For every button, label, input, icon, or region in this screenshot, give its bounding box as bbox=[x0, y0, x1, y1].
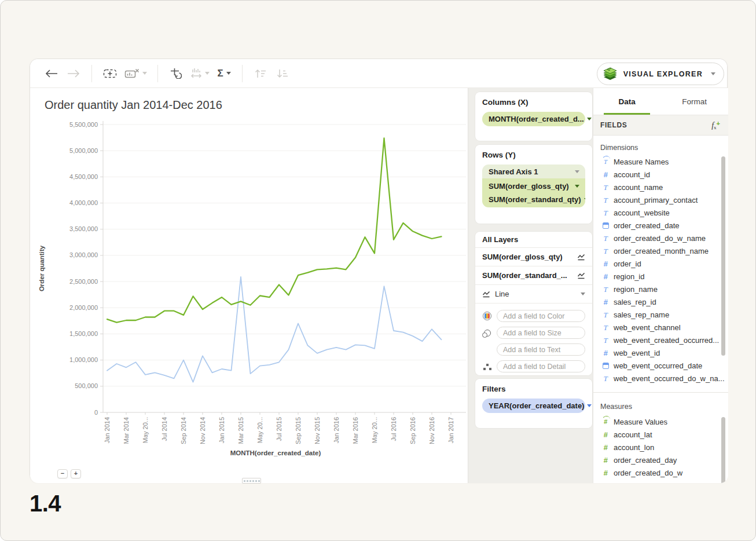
add-field-dropzone[interactable]: Add a field to Color bbox=[497, 310, 585, 322]
dimension-field-item[interactable]: region_name bbox=[593, 283, 728, 295]
mark-type-value: Line bbox=[495, 290, 509, 298]
dimension-field-item[interactable]: order_created_date bbox=[593, 219, 728, 232]
back-arrow-icon bbox=[45, 70, 58, 78]
svg-text:Sep 2014: Sep 2014 bbox=[180, 417, 187, 444]
pill-label: YEAR(order_created_date) bbox=[489, 401, 584, 410]
swap-axes-icon bbox=[170, 68, 182, 79]
dimensions-scrollbar[interactable] bbox=[721, 156, 725, 356]
filters-shelf: Filters YEAR(order_created_date) bbox=[475, 379, 592, 428]
field-type-icon bbox=[600, 207, 611, 218]
field-label: order_created_do_w bbox=[614, 469, 682, 477]
dimension-field-item[interactable]: account_id bbox=[593, 168, 728, 181]
add-field-dropzone[interactable]: Add a field to Detail bbox=[497, 360, 585, 372]
dimension-field-item[interactable]: web_event_created_occurred... bbox=[593, 334, 728, 346]
layers-shelf: All Layers SUM(order_gloss_qty) SUM(orde… bbox=[475, 232, 592, 375]
svg-text:0: 0 bbox=[94, 409, 98, 416]
panel-tab[interactable]: Format bbox=[661, 88, 729, 115]
chevron-down-icon bbox=[587, 404, 592, 407]
swap-axes-button[interactable] bbox=[168, 65, 184, 82]
aggregate-button[interactable]: Σ bbox=[216, 65, 232, 82]
toolbar-divider bbox=[157, 65, 158, 82]
add-field-dropzone[interactable]: Add a field to Size bbox=[497, 327, 585, 339]
dimension-field-item[interactable]: sales_rep_id bbox=[593, 295, 728, 308]
filter-field-pill[interactable]: YEAR(order_created_date) bbox=[482, 399, 585, 413]
dimension-field-item[interactable]: account_name bbox=[593, 181, 728, 193]
field-label: Measure Names bbox=[614, 158, 669, 166]
field-type-icon bbox=[600, 182, 611, 192]
dimension-field-item[interactable]: order_id bbox=[593, 257, 728, 270]
field-type-icon bbox=[600, 258, 611, 269]
dimension-field-item[interactable]: sales_rep_name bbox=[593, 308, 728, 321]
measure-field-item[interactable]: order_created_day bbox=[593, 454, 728, 466]
field-type-icon bbox=[600, 418, 611, 425]
field-type-icon bbox=[600, 348, 611, 358]
zoom-in-button[interactable]: + bbox=[71, 469, 81, 478]
svg-text:Jan 2014: Jan 2014 bbox=[104, 417, 111, 443]
measure-field-item[interactable]: account_lon bbox=[593, 441, 728, 454]
dimension-field-item[interactable]: region_id bbox=[593, 270, 728, 283]
field-type-icon bbox=[600, 322, 611, 332]
chevron-down-icon bbox=[142, 72, 147, 75]
dimension-field-item[interactable]: web_event_occurred_date bbox=[593, 359, 728, 372]
measure-field-item[interactable]: order_created_do_w bbox=[593, 466, 728, 479]
dimension-field-item[interactable]: web_event_channel bbox=[593, 321, 728, 334]
columns-shelf-title: Columns (X) bbox=[482, 98, 585, 107]
field-label: web_event_occurred_date bbox=[614, 361, 702, 370]
svg-text:500,000: 500,000 bbox=[75, 382, 98, 389]
sigma-icon: Σ bbox=[217, 68, 223, 79]
dimension-field-item[interactable]: account_website bbox=[593, 206, 728, 219]
measure-field-item[interactable]: order_created_month bbox=[593, 479, 728, 483]
measures-list: Measure Values account_lat account_lon o… bbox=[593, 415, 728, 483]
field-label: web_event_id bbox=[614, 349, 660, 357]
back-button[interactable] bbox=[44, 65, 59, 82]
new-visualization-button[interactable] bbox=[102, 65, 118, 82]
layer-row[interactable]: SUM(order_gloss_qty) bbox=[475, 247, 592, 266]
rows-field-pill[interactable]: SUM(order_gloss_qty) bbox=[482, 180, 585, 193]
columns-field-pill[interactable]: MONTH(order_created_d... bbox=[482, 112, 585, 126]
field-type-icon bbox=[600, 222, 611, 229]
measures-scrollbar[interactable] bbox=[721, 417, 725, 483]
sort-ascending-button[interactable] bbox=[253, 65, 268, 82]
dimension-field-item[interactable]: Measure Names bbox=[593, 155, 728, 168]
bar-width-button[interactable] bbox=[190, 65, 210, 82]
svg-text:2,000,000: 2,000,000 bbox=[69, 304, 98, 311]
field-type-icon bbox=[600, 455, 611, 465]
dimension-field-item[interactable]: order_created_month_name bbox=[593, 244, 728, 257]
svg-text:5,500,000: 5,500,000 bbox=[69, 121, 98, 128]
forward-button[interactable] bbox=[66, 65, 81, 82]
remove-visualization-button[interactable] bbox=[124, 65, 147, 82]
zoom-out-button[interactable]: − bbox=[57, 469, 68, 478]
shelves-panel: Columns (X) MONTH(order_created_d... Row… bbox=[468, 88, 593, 483]
dimension-field-item[interactable]: order_created_do_w_name bbox=[593, 232, 728, 244]
measure-field-item[interactable]: Measure Values bbox=[593, 415, 728, 428]
field-slot: Add a field to Color bbox=[482, 310, 585, 322]
order-quantity-line-chart[interactable]: 0500,0001,000,0001,500,0002,000,0002,500… bbox=[30, 88, 468, 470]
add-field-dropzone[interactable]: Add a field to Text bbox=[497, 343, 585, 356]
dimension-field-item[interactable]: web_event_id bbox=[593, 346, 728, 359]
field-type-icon bbox=[600, 442, 611, 452]
field-label: account_name bbox=[614, 183, 663, 192]
field-label: web_event_occurred_do_w_na... bbox=[614, 374, 725, 383]
svg-text:5,000,000: 5,000,000 bbox=[69, 147, 98, 154]
field-type-icon bbox=[600, 271, 611, 282]
panel-tab[interactable]: Data bbox=[593, 88, 661, 115]
field-type-icon bbox=[600, 335, 611, 345]
field-label: Measure Values bbox=[614, 418, 667, 426]
shared-axis-pill[interactable]: Shared Axis 1 bbox=[482, 165, 585, 178]
svg-text:May 20...: May 20... bbox=[142, 417, 149, 443]
layer-row[interactable]: SUM(order_standard_... bbox=[475, 266, 592, 284]
rows-field-pill[interactable]: SUM(order_standard_qty) bbox=[482, 193, 585, 206]
svg-text:May 20...: May 20... bbox=[256, 417, 263, 443]
svg-text:Jan 2017: Jan 2017 bbox=[447, 417, 454, 443]
visual-explorer-button[interactable]: VISUAL EXPLORER bbox=[597, 63, 724, 85]
sort-descending-button[interactable] bbox=[275, 65, 290, 82]
chevron-down-icon bbox=[711, 72, 715, 75]
measure-field-item[interactable]: account_lat bbox=[593, 428, 728, 441]
panel-resize-handle[interactable] bbox=[242, 478, 261, 484]
add-calculated-field-button[interactable]: fx+ bbox=[711, 120, 720, 130]
rows-field-pills: SUM(order_gloss_qty) SUM(order_standard_… bbox=[482, 178, 585, 207]
dimension-field-item[interactable]: account_primary_contact bbox=[593, 193, 728, 206]
dimension-field-item[interactable]: web_event_occurred_do_w_na... bbox=[593, 372, 728, 385]
field-label: sales_rep_name bbox=[614, 310, 669, 319]
mark-type-select[interactable]: Line bbox=[475, 284, 592, 303]
